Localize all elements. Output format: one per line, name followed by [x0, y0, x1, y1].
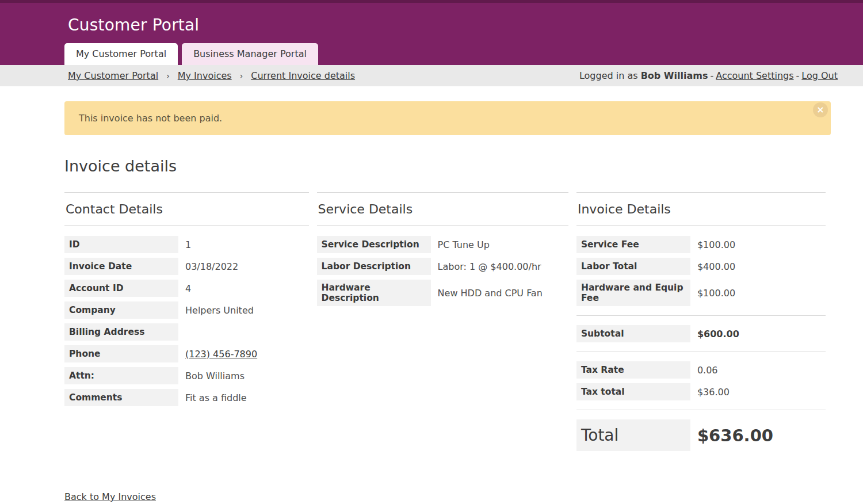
subtotal-value: $600.00	[697, 329, 739, 339]
tab-business-manager-portal[interactable]: Business Manager Portal	[182, 43, 318, 65]
row-value: PC Tune Up	[438, 239, 490, 250]
table-row: Billing Address	[64, 323, 309, 341]
row-label: Service Description	[317, 236, 431, 253]
row-label: Phone	[64, 345, 178, 362]
log-out-link[interactable]: Log Out	[801, 70, 838, 81]
table-row: Comments Fit as a fiddle	[64, 389, 309, 406]
tab-my-customer-portal[interactable]: My Customer Portal	[64, 43, 178, 65]
table-row: Labor Description Labor: 1 @ $400.00/hr	[317, 258, 568, 275]
contact-details-section: Contact Details ID 1 Invoice Date 03/18/…	[64, 192, 309, 456]
table-row: Attn: Bob Williams	[64, 367, 309, 384]
table-row: Service Description PC Tune Up	[317, 236, 568, 253]
divider	[576, 352, 826, 352]
contact-details-rows: ID 1 Invoice Date 03/18/2022 Account ID …	[64, 236, 309, 406]
breadcrumb-bar: My Customer Portal › My Invoices › Curre…	[0, 65, 863, 86]
separator-dash: -	[796, 70, 800, 81]
row-label: Subtotal	[576, 325, 690, 342]
row-value: 4	[185, 283, 191, 294]
detail-columns: Contact Details ID 1 Invoice Date 03/18/…	[64, 192, 826, 456]
row-label: Hardware Description	[317, 280, 431, 306]
row-label: Labor Total	[576, 258, 690, 275]
account-settings-link[interactable]: Account Settings	[716, 70, 793, 81]
table-row: Labor Total $400.00	[576, 258, 826, 275]
back-to-my-invoices-link[interactable]: Back to My Invoices	[64, 491, 156, 502]
table-row: Invoice Date 03/18/2022	[64, 258, 309, 275]
breadcrumb-my-customer-portal[interactable]: My Customer Portal	[68, 70, 158, 81]
table-row: ID 1	[64, 236, 309, 253]
portal-tab-bar: My Customer Portal Business Manager Port…	[64, 43, 318, 65]
breadcrumb-current-invoice-details[interactable]: Current Invoice details	[251, 70, 355, 81]
row-label: Tax Rate	[576, 361, 690, 379]
row-value: $36.00	[697, 387, 730, 398]
tax-total-row: Tax total $36.00	[576, 383, 826, 400]
row-value: $100.00	[697, 288, 735, 299]
row-value: $100.00	[697, 239, 735, 250]
breadcrumb: My Customer Portal › My Invoices › Curre…	[68, 70, 355, 81]
close-icon[interactable]: ×	[813, 102, 828, 117]
back-link-container: Back to My Invoices	[64, 491, 826, 502]
row-value: Labor: 1 @ $400.00/hr	[438, 261, 541, 272]
tax-rate-row: Tax Rate 0.06	[576, 361, 826, 379]
total-value: $636.00	[697, 426, 773, 445]
row-label: Attn:	[64, 367, 178, 384]
table-row: Hardware and Equip Fee $100.00	[576, 280, 826, 306]
logged-in-as-label: Logged in as	[579, 70, 641, 81]
row-label: Billing Address	[64, 323, 178, 341]
divider	[576, 315, 826, 316]
page-title: Invoice details	[64, 157, 826, 175]
unpaid-invoice-alert: This invoice has not been paid. ×	[64, 101, 831, 135]
row-value: 0.06	[697, 365, 718, 376]
contact-details-title: Contact Details	[64, 193, 309, 226]
table-row: Account ID 4	[64, 280, 309, 297]
service-details-rows: Service Description PC Tune Up Labor Des…	[317, 236, 568, 306]
row-value: Bob Williams	[185, 371, 245, 381]
row-label: ID	[64, 236, 178, 253]
separator-dash: -	[710, 70, 713, 81]
row-value: Helpers United	[185, 305, 254, 316]
divider	[576, 410, 826, 410]
row-label: Account ID	[64, 280, 178, 297]
row-label: Labor Description	[317, 258, 431, 275]
row-value: 1	[185, 239, 191, 250]
table-row: Hardware Description New HDD and CPU Fan	[317, 280, 568, 306]
row-value: New HDD and CPU Fan	[438, 288, 543, 299]
service-details-section: Service Details Service Description PC T…	[317, 192, 568, 456]
logged-in-user: Bob Williams	[641, 70, 708, 81]
row-label: Comments	[64, 389, 178, 406]
service-details-title: Service Details	[317, 193, 568, 226]
table-row: Company Helpers United	[64, 301, 309, 319]
row-value: $400.00	[697, 261, 735, 272]
chevron-right-icon: ›	[166, 71, 170, 81]
row-label: Tax total	[576, 383, 690, 400]
app-title: Customer Portal	[0, 3, 863, 35]
row-label: Service Fee	[576, 236, 690, 253]
row-label: Company	[64, 301, 178, 319]
row-label: Invoice Date	[64, 258, 178, 275]
session-info: Logged in as Bob Williams-Account Settin…	[579, 70, 838, 81]
table-row: Phone (123) 456-7890	[64, 345, 309, 362]
invoice-details-rows: Service Fee $100.00 Labor Total $400.00 …	[576, 236, 826, 451]
row-value: Fit as a fiddle	[185, 392, 247, 403]
total-row: Total $636.00	[576, 419, 826, 451]
invoice-details-title: Invoice Details	[576, 193, 826, 226]
row-label: Hardware and Equip Fee	[576, 280, 690, 306]
breadcrumb-my-invoices[interactable]: My Invoices	[178, 70, 232, 81]
total-label: Total	[576, 419, 690, 451]
alert-message: This invoice has not been paid.	[79, 113, 222, 124]
subtotal-row: Subtotal $600.00	[576, 325, 826, 342]
phone-link[interactable]: (123) 456-7890	[185, 349, 257, 360]
app-header: Customer Portal My Customer Portal Busin…	[0, 0, 863, 65]
invoice-details-page: Invoice details Contact Details ID 1 Inv…	[64, 157, 826, 502]
table-row: Service Fee $100.00	[576, 236, 826, 253]
row-value: 03/18/2022	[185, 261, 238, 272]
chevron-right-icon: ›	[240, 71, 243, 81]
invoice-details-section: Invoice Details Service Fee $100.00 Labo…	[576, 192, 826, 456]
